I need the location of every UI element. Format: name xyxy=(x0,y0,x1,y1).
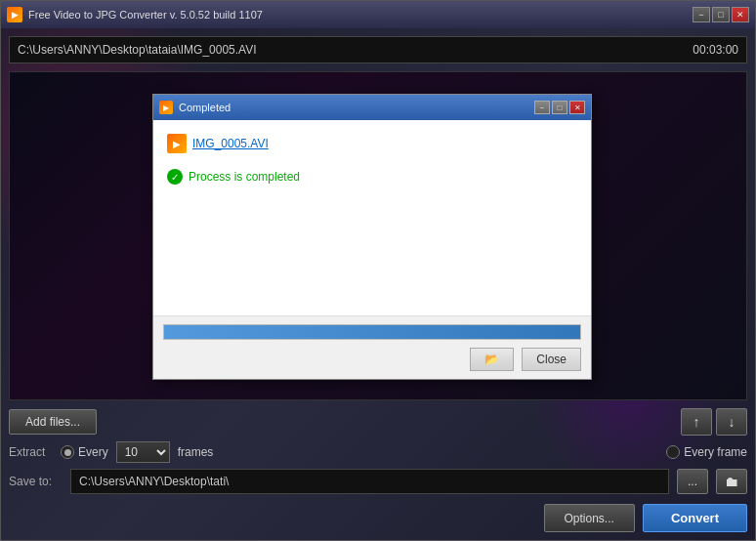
dialog-maximize-button[interactable]: □ xyxy=(552,101,567,114)
dialog-title-text: Completed xyxy=(179,102,231,113)
add-files-row: Add files... ↑ ↓ xyxy=(9,408,747,436)
close-button[interactable]: ✕ xyxy=(732,7,749,22)
every-frame-group: Every frame xyxy=(666,445,747,459)
file-name-link[interactable]: IMG_0005.AVI xyxy=(192,137,269,150)
main-window: ▶ Free Video to JPG Converter v. 5.0.52 … xyxy=(0,0,756,541)
open-folder-dialog-icon: 📂 xyxy=(484,353,499,366)
status-entry: ✓ Process is completed xyxy=(163,165,581,188)
title-bar: ▶ Free Video to JPG Converter v. 5.0.52 … xyxy=(1,1,755,28)
dialog-title-controls: − □ ✕ xyxy=(534,101,585,114)
file-entry: ▶ IMG_0005.AVI xyxy=(163,130,581,157)
browse-button[interactable]: ... xyxy=(677,469,708,494)
dialog-title-bar: ▶ Completed − □ ✕ xyxy=(153,95,591,120)
save-path-input[interactable] xyxy=(70,469,669,494)
file-type-icon: ▶ xyxy=(167,134,187,153)
convert-button[interactable]: Convert xyxy=(643,504,747,532)
every-frame-label: Every frame xyxy=(684,445,747,459)
window-title: Free Video to JPG Converter v. 5.0.52 bu… xyxy=(28,9,263,21)
dialog-close-x-button[interactable]: ✕ xyxy=(569,101,585,114)
progress-bar-fill xyxy=(164,325,580,339)
dialog-minimize-button[interactable]: − xyxy=(534,101,550,114)
arrow-buttons: ↑ ↓ xyxy=(681,408,747,436)
title-bar-left: ▶ Free Video to JPG Converter v. 5.0.52 … xyxy=(7,7,263,22)
every-label: Every xyxy=(78,445,108,459)
frames-unit-label: frames xyxy=(178,445,214,459)
bottom-buttons-row: Options... Convert xyxy=(9,504,747,532)
dialog-close-button[interactable]: Close xyxy=(522,348,581,371)
save-row: Save to: ... 🖿 xyxy=(9,469,747,494)
open-folder-button[interactable]: 🖿 xyxy=(716,469,747,494)
move-up-button[interactable]: ↑ xyxy=(681,408,712,436)
frames-select[interactable]: 10 xyxy=(116,441,170,463)
filepath-duration: 00:03:00 xyxy=(693,43,738,57)
every-radio-button[interactable] xyxy=(61,445,74,459)
dialog-app-icon: ▶ xyxy=(159,101,173,114)
dialog-footer: 📂 Close xyxy=(153,315,591,379)
save-to-label: Save to: xyxy=(9,475,63,488)
filepath-bar: C:\Users\ANNY\Desktop\tataia\IMG_0005.AV… xyxy=(9,36,747,63)
dialog-action-buttons: 📂 Close xyxy=(163,348,581,371)
completed-dialog: ▶ Completed − □ ✕ ▶ IMG_0005.AVI ✓ xyxy=(152,94,592,380)
extract-label: Extract xyxy=(9,445,53,459)
options-button[interactable]: Options... xyxy=(544,504,635,532)
every-frame-radio-button[interactable] xyxy=(666,445,680,459)
status-text: Process is completed xyxy=(189,170,300,184)
move-down-button[interactable]: ↓ xyxy=(716,408,747,436)
every-radio-group: Every xyxy=(61,445,108,459)
extract-row: Extract Every 10 frames Every frame xyxy=(9,441,747,463)
open-folder-dialog-button[interactable]: 📂 xyxy=(470,348,514,371)
add-files-button[interactable]: Add files... xyxy=(9,409,97,435)
folder-icon: 🖿 xyxy=(725,474,738,489)
status-check-icon: ✓ xyxy=(167,169,183,185)
bottom-controls: Add files... ↑ ↓ Extract Every 10 frames xyxy=(9,408,747,532)
minimize-button[interactable]: − xyxy=(693,7,710,22)
filepath-text: C:\Users\ANNY\Desktop\tataia\IMG_0005.AV… xyxy=(18,43,257,57)
progress-bar-container xyxy=(163,324,581,340)
app-icon: ▶ xyxy=(7,7,22,22)
maximize-button[interactable]: □ xyxy=(712,7,730,22)
dialog-content: ▶ IMG_0005.AVI ✓ Process is completed xyxy=(153,120,591,315)
dialog-title-left: ▶ Completed xyxy=(159,101,231,114)
title-bar-controls: − □ ✕ xyxy=(693,7,749,22)
